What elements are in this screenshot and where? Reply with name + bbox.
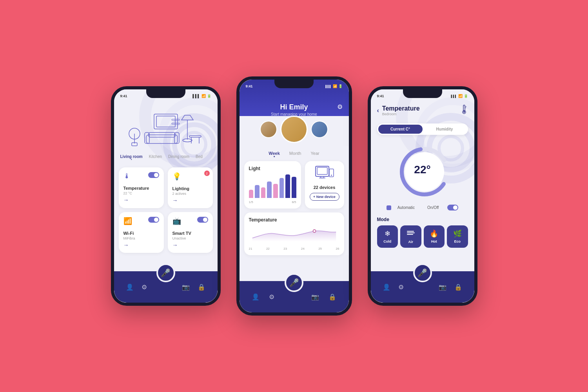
room-tab-kitchen[interactable]: Kitchen	[149, 154, 162, 159]
device-arrow-temperature[interactable]: →	[123, 197, 159, 203]
phone-1-notch	[146, 89, 185, 98]
phone-3-nav-lock-icon[interactable]: 🔒	[454, 283, 462, 291]
phone-3-notch	[403, 89, 442, 98]
phone-2-status-icons: ▌▌▌ 📶 🔋	[326, 84, 343, 88]
cold-label: Cold	[383, 240, 391, 243]
light-title: Light	[249, 166, 296, 171]
phone-3-nav-profile-icon[interactable]: 👤	[383, 283, 390, 291]
svg-rect-18	[172, 119, 180, 120]
device-sub-temperature: 22 °C	[123, 191, 159, 195]
chart-row: Light 1/5	[244, 161, 344, 209]
avatar-user1[interactable]	[260, 121, 277, 138]
mode-eco[interactable]: 🌿 Eco	[447, 225, 468, 248]
phone-1-time: 9:41	[120, 94, 127, 98]
bar-7	[285, 174, 290, 198]
hot-label: Hot	[431, 240, 437, 243]
device-card-temp-header: 🌡	[123, 172, 159, 183]
phone-2-nav-lock-icon[interactable]: 🔒	[328, 293, 336, 301]
device-name-wifi: Wi-Fi	[123, 231, 159, 236]
temp-date-3: 23	[283, 247, 287, 250]
room-tab-bed[interactable]: Bed	[196, 154, 203, 159]
wifi-icon: 📶	[201, 94, 206, 98]
bar-2	[255, 185, 260, 198]
phones-container: 9:41 ▌▌▌ 📶 🔋	[111, 76, 477, 316]
phone-3-nav-sliders-icon[interactable]: ⚙	[398, 283, 404, 291]
onoff-toggle[interactable]	[447, 205, 458, 211]
settings-icon[interactable]: ⚙	[337, 103, 343, 111]
mode-air[interactable]: Air	[400, 225, 421, 248]
temp-date-1: 21	[249, 247, 252, 250]
bar-chart	[249, 174, 296, 198]
device-arrow-wifi[interactable]: →	[123, 242, 159, 248]
device-card-tv[interactable]: 📺 Smart TV Unactive →	[168, 212, 213, 253]
back-button[interactable]: ‹	[377, 107, 379, 114]
devices-count: 22 devices	[314, 185, 336, 190]
device-sub-wifi: MiFibra	[123, 236, 159, 240]
device-arrow-tv[interactable]: →	[172, 242, 208, 248]
nav-camera-icon[interactable]: 📷	[182, 283, 190, 291]
phone-3-signal-icon: ▌▌▌	[451, 95, 457, 98]
device-card-lighting[interactable]: 💡 2 Lighting 2 actives →	[168, 167, 213, 208]
temp-date-6: 26	[336, 247, 339, 250]
nav-profile-icon[interactable]: 👤	[126, 283, 134, 291]
temp-circle: 22°	[397, 144, 448, 195]
tv-toggle[interactable]	[197, 217, 208, 223]
svg-rect-13	[189, 136, 201, 137]
period-year[interactable]: Year	[310, 151, 319, 156]
device-card-temperature[interactable]: 🌡 Temperature 22 °C →	[119, 167, 164, 208]
bar-4	[267, 181, 272, 198]
room-tab-dining[interactable]: Dining room	[168, 154, 189, 159]
devices-svg	[315, 166, 334, 180]
devices-icon	[315, 166, 334, 183]
nav-lock-icon[interactable]: 🔒	[198, 283, 205, 291]
temp-date-5: 25	[318, 247, 322, 250]
device-card-tv-header: 📺	[172, 217, 208, 228]
device-card-light-header: 💡 2	[172, 172, 208, 183]
bar-6	[279, 178, 284, 198]
page-title: Temperature	[382, 105, 420, 112]
temp-value: 22°	[414, 163, 430, 176]
phone-3-wifi-icon: 📶	[458, 94, 463, 98]
device-card-wifi[interactable]: 📶 Wi-Fi MiFibra →	[119, 212, 164, 253]
temp-card-title: Temperature	[249, 217, 339, 223]
page-subtitle: Bedroom	[382, 112, 420, 116]
mode-cold[interactable]: ❄ Cold	[377, 225, 398, 248]
mode-section: Mode ❄ Cold Air	[371, 214, 474, 251]
phone-2-nav-profile-icon[interactable]: 👤	[252, 293, 260, 301]
date-start: 1/5	[249, 200, 253, 204]
svg-rect-17	[156, 116, 175, 127]
thermometer-icon: 🌡	[123, 172, 131, 180]
phone-2-nav-camera-icon[interactable]: 📷	[311, 293, 319, 301]
tab-humidity[interactable]: Humidity	[423, 125, 467, 134]
temperature-toggle[interactable]	[148, 172, 159, 178]
phone-3-header: ‹ Temperature Bedroom	[371, 100, 474, 120]
tab-current-co[interactable]: Current C°	[378, 125, 423, 134]
period-month[interactable]: Month	[289, 151, 301, 156]
period-tabs: Week Month Year	[240, 146, 349, 157]
temp-card: Temperature	[244, 212, 344, 255]
phone-2-nav-sliders-icon[interactable]: ⚙	[269, 293, 274, 301]
mic-button[interactable]: 🎤	[156, 263, 175, 282]
phone-3-mic-button[interactable]: 🎤	[413, 263, 432, 282]
avatars-row	[240, 113, 349, 146]
device-arrow-lighting[interactable]: →	[172, 197, 208, 203]
wifi-toggle[interactable]	[148, 217, 159, 223]
phone-3-status-icons: ▌▌▌ 📶 🔋	[451, 94, 468, 98]
wifi-device-icon: 📶	[123, 217, 132, 225]
battery-icon: 🔋	[207, 94, 211, 98]
mode-hot[interactable]: 🔥 Hot	[424, 225, 445, 248]
avatar-user2[interactable]	[311, 121, 328, 138]
new-device-btn[interactable]: + New device	[310, 193, 339, 201]
phone-1-content: Living room Kitchen Dining room Bed 🌡 Te…	[114, 151, 218, 253]
phone-1: 9:41 ▌▌▌ 📶 🔋	[111, 86, 221, 306]
avatar-main[interactable]	[280, 116, 308, 143]
room-tab-living[interactable]: Living room	[120, 154, 143, 159]
phone-2-time: 9:41	[246, 84, 253, 88]
period-week[interactable]: Week	[269, 151, 280, 156]
svg-marker-11	[181, 115, 193, 120]
phone-3-nav-camera-icon[interactable]: 📷	[439, 283, 446, 291]
svg-rect-21	[317, 167, 327, 174]
phone-2-mic-button[interactable]: 🎤	[285, 273, 303, 292]
nav-sliders-icon[interactable]: ⚙	[142, 283, 147, 291]
phone-3-battery-icon: 🔋	[464, 94, 468, 98]
